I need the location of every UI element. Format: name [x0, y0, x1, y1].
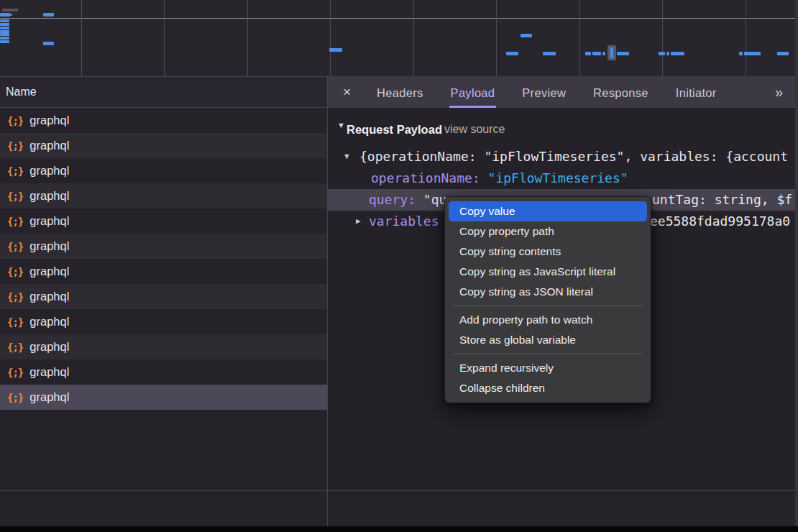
timeline-request-bar — [666, 52, 669, 55]
menu-item-copy-string-contents[interactable]: Copy string contents — [445, 242, 651, 262]
json-request-icon: {;} — [7, 165, 23, 177]
request-name: graphql — [29, 390, 69, 404]
request-name: graphql — [29, 290, 69, 303]
property-value-end: untTag: string, $f — [652, 189, 792, 211]
footer-divider — [0, 490, 798, 491]
timeline-request-bar — [0, 19, 9, 22]
timeline-gridline — [330, 0, 331, 76]
request-name: graphql — [29, 114, 69, 127]
view-source-link[interactable]: view source — [444, 119, 505, 140]
collapse-triangle-icon[interactable]: ▼ — [344, 146, 349, 168]
network-request-row[interactable]: {;}graphql — [0, 208, 327, 234]
json-request-icon: {;} — [7, 291, 23, 303]
timeline-request-bar — [659, 52, 665, 55]
timeline-request-bar — [777, 52, 789, 55]
request-name: graphql — [29, 265, 69, 278]
timeline-gridline — [579, 0, 580, 76]
window-bottom-bar — [0, 526, 798, 532]
property-value-end: ee5588fdad995178a0 — [650, 211, 790, 232]
network-request-row[interactable]: {;}graphql — [0, 108, 327, 133]
panel-separator[interactable] — [327, 490, 328, 526]
json-request-icon: {;} — [7, 115, 23, 127]
timeline-request-bar — [617, 52, 629, 55]
network-request-row[interactable]: {;}graphql — [0, 133, 327, 158]
json-request-icon: {;} — [7, 140, 23, 152]
network-overview-timeline[interactable] — [0, 0, 798, 76]
timeline-request-bar — [671, 52, 684, 55]
json-request-icon: {;} — [7, 316, 23, 328]
json-request-icon: {;} — [7, 266, 23, 278]
tab-payload[interactable]: Payload — [449, 76, 497, 108]
menu-item-copy-property-path[interactable]: Copy property path — [445, 221, 651, 242]
request-name: graphql — [29, 139, 69, 152]
menu-item-store-as-global-variable[interactable]: Store as global variable — [445, 330, 651, 350]
timeline-request-bar — [585, 52, 591, 55]
property-key: variables — [369, 214, 439, 229]
more-tabs-icon[interactable]: » — [775, 84, 781, 101]
network-request-row[interactable]: {;}graphql — [0, 234, 327, 259]
network-request-row[interactable]: {;}graphql — [0, 183, 327, 208]
tab-initiator[interactable]: Initiator — [674, 76, 718, 108]
timeline-gridline — [247, 0, 248, 76]
timeline-gridline — [413, 0, 414, 76]
timeline-gridline — [81, 0, 82, 76]
network-request-list: Name {;}graphql{;}graphql{;}graphql{;}gr… — [0, 76, 327, 490]
timeline-request-bar — [0, 23, 9, 26]
network-request-row[interactable]: {;}graphql — [0, 385, 327, 410]
network-request-row[interactable]: {;}graphql — [0, 309, 327, 334]
request-name: graphql — [29, 239, 69, 253]
section-title: Request Payload — [347, 119, 442, 140]
timeline-request-bar — [592, 52, 601, 55]
request-rows: {;}graphql{;}graphql{;}graphql{;}graphql… — [0, 108, 327, 410]
timeline-request-bar — [744, 52, 761, 55]
timeline-request-bar — [43, 42, 54, 45]
timeline-request-bar — [520, 34, 532, 37]
timeline-request-bar — [329, 48, 342, 52]
close-icon[interactable]: × — [343, 76, 351, 108]
tab-headers[interactable]: Headers — [375, 76, 424, 108]
section-collapse-icon[interactable]: ▼ — [337, 121, 345, 129]
timeline-gridline — [662, 0, 663, 76]
detail-tabbar: × HeadersPayloadPreviewResponseInitiator… — [328, 76, 798, 108]
menu-item-add-property-path-to-watch[interactable]: Add property path to watch — [445, 310, 651, 330]
request-name: graphql — [29, 189, 69, 203]
property-value: "ipFlowTimeseries" — [488, 170, 628, 185]
menu-item-expand-recursively[interactable]: Expand recursively — [445, 358, 651, 378]
payload-root-row[interactable]: ▼ {operationName: "ipFlowTimeseries", va… — [328, 146, 798, 168]
timeline-request-bar — [543, 52, 556, 55]
network-request-row[interactable]: {;}graphql — [0, 158, 327, 183]
network-request-row[interactable]: {;}graphql — [0, 259, 327, 284]
tab-preview[interactable]: Preview — [520, 76, 567, 108]
json-request-icon: {;} — [7, 216, 23, 227]
json-request-icon: {;} — [7, 367, 23, 378]
request-name: graphql — [29, 365, 69, 379]
network-request-row[interactable]: {;}graphql — [0, 284, 327, 309]
menu-separator — [452, 354, 643, 354]
timeline-request-bar — [0, 33, 9, 36]
menu-item-copy-string-as-json-literal[interactable]: Copy string as JSON literal — [445, 282, 651, 302]
menu-item-copy-value[interactable]: Copy value — [449, 201, 647, 221]
network-request-row[interactable]: {;}graphql — [0, 334, 327, 359]
timeline-request-bar — [506, 52, 518, 55]
timeline-request-bar — [602, 52, 605, 55]
network-request-row[interactable]: {;}graphql — [0, 359, 327, 385]
property-key: operationName: — [371, 170, 488, 185]
tab-response[interactable]: Response — [592, 76, 650, 108]
timeline-request-bar — [43, 13, 54, 17]
request-name: graphql — [29, 340, 69, 354]
payload-operationname-row[interactable]: operationName: "ipFlowTimeseries" — [328, 168, 798, 189]
request-name: graphql — [29, 315, 69, 329]
json-request-icon: {;} — [7, 191, 23, 202]
expand-triangle-icon[interactable]: ▶ — [356, 211, 361, 232]
column-header-name-label: Name — [6, 86, 37, 98]
timeline-request-bar — [2, 9, 18, 12]
menu-item-copy-string-as-javascript-literal[interactable]: Copy string as JavaScript literal — [445, 262, 651, 282]
menu-item-collapse-children[interactable]: Collapse children — [445, 378, 651, 398]
request-payload-section: ▼ Request Payload view source — [328, 119, 798, 140]
timeline-gridline — [746, 0, 746, 76]
context-menu: Copy valueCopy property pathCopy string … — [444, 196, 651, 403]
payload-root-preview: {operationName: "ipFlowTimeseries", vari… — [359, 146, 788, 168]
devtools-window: Name {;}graphql{;}graphql{;}graphql{;}gr… — [0, 0, 798, 532]
timeline-request-bar — [0, 40, 9, 43]
column-header-name[interactable]: Name — [0, 77, 327, 108]
